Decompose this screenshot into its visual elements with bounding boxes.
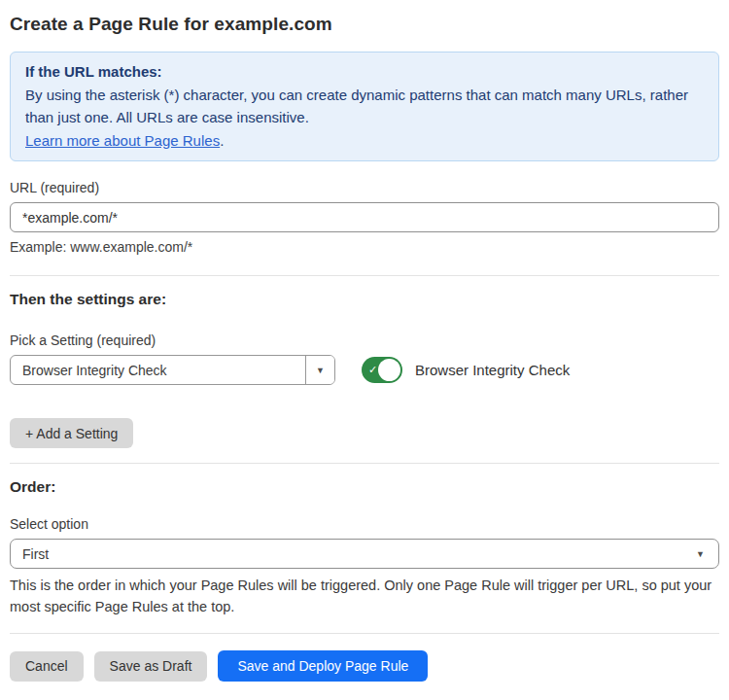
check-icon: ✓ <box>368 363 377 376</box>
url-input[interactable] <box>10 202 719 232</box>
order-select-value: First <box>22 546 49 562</box>
order-select-label: Select option <box>10 516 719 532</box>
setting-dropdown[interactable]: Browser Integrity Check ▼ <box>10 355 335 385</box>
info-box-heading: If the URL matches: <box>25 60 704 84</box>
order-section-heading: Order: <box>10 478 719 496</box>
info-box-body: By using the asterisk (*) character, you… <box>25 84 704 129</box>
info-box-link-line: Learn more about Page Rules. <box>25 129 704 153</box>
divider <box>10 463 719 464</box>
add-setting-button[interactable]: + Add a Setting <box>10 418 133 448</box>
setting-dropdown-value: Browser Integrity Check <box>11 356 305 384</box>
divider <box>10 275 719 276</box>
setting-toggle[interactable]: ✓ <box>362 357 402 383</box>
order-select[interactable]: First ▼ <box>10 539 719 569</box>
divider <box>10 633 719 634</box>
cancel-button[interactable]: Cancel <box>10 651 84 682</box>
setting-toggle-label: Browser Integrity Check <box>415 362 570 378</box>
pick-setting-label: Pick a Setting (required) <box>10 332 719 348</box>
setting-dropdown-arrow[interactable]: ▼ <box>305 356 334 384</box>
url-match-info-box: If the URL matches: By using the asteris… <box>10 52 719 161</box>
footer-actions: Cancel Save as Draft Save and Deploy Pag… <box>10 650 719 682</box>
save-draft-button[interactable]: Save as Draft <box>94 651 208 682</box>
caret-down-icon: ▼ <box>316 366 325 375</box>
settings-section-heading: Then the settings are: <box>10 291 719 308</box>
create-page-rule-form: Create a Page Rule for example.com If th… <box>0 0 729 682</box>
save-deploy-button[interactable]: Save and Deploy Page Rule <box>218 650 428 682</box>
url-example-helper: Example: www.example.com/* <box>10 239 719 255</box>
caret-down-icon: ▼ <box>696 549 705 559</box>
learn-more-link[interactable]: Learn more about Page Rules <box>25 132 220 149</box>
setting-row: Browser Integrity Check ▼ ✓ Browser Inte… <box>10 355 719 385</box>
order-helper-text: This is the order in which your Page Rul… <box>10 575 719 617</box>
url-label: URL (required) <box>10 180 719 195</box>
link-suffix: . <box>220 132 224 149</box>
toggle-knob <box>378 359 400 381</box>
page-title: Create a Page Rule for example.com <box>10 14 719 35</box>
